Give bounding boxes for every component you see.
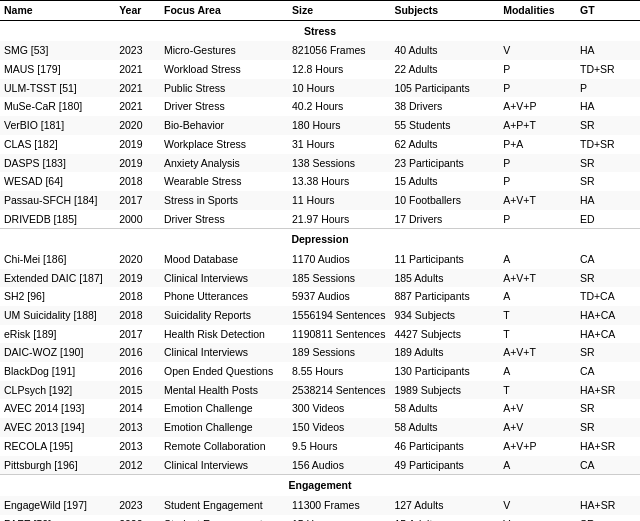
table-row: MAUS [179]2021Workload Stress12.8 Hours2…: [0, 60, 640, 79]
cell-0-4-6: SR: [576, 116, 640, 135]
cell-0-5-2: Workplace Stress: [160, 135, 288, 154]
cell-1-3-0: UM Suicidality [188]: [0, 306, 115, 325]
cell-0-7-5: P: [499, 172, 576, 191]
cell-2-1-6: SR: [576, 515, 640, 521]
cell-1-8-0: AVEC 2014 [193]: [0, 399, 115, 418]
cell-0-4-2: Bio-Behavior: [160, 116, 288, 135]
cell-0-1-2: Workload Stress: [160, 60, 288, 79]
cell-0-0-6: HA: [576, 41, 640, 60]
cell-1-7-3: 2538214 Sentences: [288, 381, 390, 400]
cell-1-4-6: HA+CA: [576, 325, 640, 344]
cell-0-1-3: 12.8 Hours: [288, 60, 390, 79]
cell-1-3-1: 2018: [115, 306, 160, 325]
cell-0-3-0: MuSe-CaR [180]: [0, 97, 115, 116]
cell-0-6-0: DASPS [183]: [0, 154, 115, 173]
cell-0-3-6: HA: [576, 97, 640, 116]
cell-1-8-4: 58 Adults: [390, 399, 499, 418]
cell-0-5-1: 2019: [115, 135, 160, 154]
cell-0-1-4: 22 Adults: [390, 60, 499, 79]
cell-1-7-0: CLPsych [192]: [0, 381, 115, 400]
cell-0-4-4: 55 Students: [390, 116, 499, 135]
cell-0-2-4: 105 Participants: [390, 79, 499, 98]
table-row: Pittsburgh [196]2012Clinical Interviews1…: [0, 456, 640, 475]
cell-1-6-2: Open Ended Questions: [160, 362, 288, 381]
main-table: Name Year Focus Area Size Subjects Modal…: [0, 0, 640, 521]
cell-2-0-5: V: [499, 496, 576, 515]
cell-1-8-3: 300 Videos: [288, 399, 390, 418]
cell-1-3-5: T: [499, 306, 576, 325]
table-row: Extended DAIC [187]2019Clinical Intervie…: [0, 269, 640, 288]
section-header-1: Depression: [0, 229, 640, 250]
cell-2-0-3: 11300 Frames: [288, 496, 390, 515]
cell-0-4-5: A+P+T: [499, 116, 576, 135]
cell-1-8-2: Emotion Challenge: [160, 399, 288, 418]
table-row: WESAD [64]2018Wearable Stress13.38 Hours…: [0, 172, 640, 191]
cell-1-7-5: T: [499, 381, 576, 400]
cell-1-1-3: 185 Sessions: [288, 269, 390, 288]
table-row: UM Suicidality [188]2018Suicidality Repo…: [0, 306, 640, 325]
table-row: EngageWild [197]2023Student Engagement11…: [0, 496, 640, 515]
cell-1-6-5: A: [499, 362, 576, 381]
cell-0-6-1: 2019: [115, 154, 160, 173]
table-row: DAIC-WOZ [190]2016Clinical Interviews189…: [0, 343, 640, 362]
cell-1-2-4: 887 Participants: [390, 287, 499, 306]
table-row: DRIVEDB [185]2000Driver Stress21.97 Hour…: [0, 210, 640, 229]
cell-1-0-2: Mood Database: [160, 250, 288, 269]
cell-1-6-1: 2016: [115, 362, 160, 381]
cell-1-4-0: eRisk [189]: [0, 325, 115, 344]
cell-0-3-2: Driver Stress: [160, 97, 288, 116]
cell-0-0-5: V: [499, 41, 576, 60]
cell-1-11-1: 2012: [115, 456, 160, 475]
cell-0-6-6: SR: [576, 154, 640, 173]
cell-1-6-4: 130 Participants: [390, 362, 499, 381]
cell-1-9-5: A+V: [499, 418, 576, 437]
cell-1-10-0: RECOLA [195]: [0, 437, 115, 456]
section-header-0: Stress: [0, 20, 640, 41]
table-row: DASPS [183]2019Anxiety Analysis138 Sessi…: [0, 154, 640, 173]
table-row: BlackDog [191]2016Open Ended Questions8.…: [0, 362, 640, 381]
cell-1-5-1: 2016: [115, 343, 160, 362]
table-row: MuSe-CaR [180]2021Driver Stress40.2 Hour…: [0, 97, 640, 116]
cell-1-1-4: 185 Adults: [390, 269, 499, 288]
cell-1-8-1: 2014: [115, 399, 160, 418]
cell-1-10-2: Remote Collaboration: [160, 437, 288, 456]
cell-0-8-2: Stress in Sports: [160, 191, 288, 210]
cell-0-6-5: P: [499, 154, 576, 173]
cell-0-7-1: 2018: [115, 172, 160, 191]
cell-1-11-3: 156 Audios: [288, 456, 390, 475]
cell-1-1-6: SR: [576, 269, 640, 288]
cell-1-3-6: HA+CA: [576, 306, 640, 325]
cell-0-6-4: 23 Participants: [390, 154, 499, 173]
section-title-1: Depression: [0, 229, 640, 250]
table-row: CLAS [182]2019Workplace Stress31 Hours62…: [0, 135, 640, 154]
cell-0-7-3: 13.38 Hours: [288, 172, 390, 191]
cell-0-9-6: ED: [576, 210, 640, 229]
cell-0-0-0: SMG [53]: [0, 41, 115, 60]
cell-1-4-2: Health Risk Detection: [160, 325, 288, 344]
cell-1-6-6: CA: [576, 362, 640, 381]
cell-1-9-1: 2013: [115, 418, 160, 437]
cell-1-11-6: CA: [576, 456, 640, 475]
cell-0-3-5: A+V+P: [499, 97, 576, 116]
cell-1-2-0: SH2 [96]: [0, 287, 115, 306]
cell-2-1-4: 15 Adults: [390, 515, 499, 521]
cell-1-1-1: 2019: [115, 269, 160, 288]
cell-1-0-0: Chi-Mei [186]: [0, 250, 115, 269]
cell-2-0-6: HA+SR: [576, 496, 640, 515]
table-row: ULM-TSST [51]2021Public Stress10 Hours10…: [0, 79, 640, 98]
cell-0-9-0: DRIVEDB [185]: [0, 210, 115, 229]
cell-1-9-2: Emotion Challenge: [160, 418, 288, 437]
cell-1-4-3: 1190811 Sentences: [288, 325, 390, 344]
col-header-modalities: Modalities: [499, 1, 576, 21]
table-row: eRisk [189]2017Health Risk Detection1190…: [0, 325, 640, 344]
cell-1-9-4: 58 Adults: [390, 418, 499, 437]
cell-1-5-3: 189 Sessions: [288, 343, 390, 362]
cell-2-1-5: V: [499, 515, 576, 521]
cell-0-8-3: 11 Hours: [288, 191, 390, 210]
cell-1-5-2: Clinical Interviews: [160, 343, 288, 362]
col-header-gt: GT: [576, 1, 640, 21]
cell-0-9-1: 2000: [115, 210, 160, 229]
cell-0-6-3: 138 Sessions: [288, 154, 390, 173]
cell-0-8-1: 2017: [115, 191, 160, 210]
section-title-0: Stress: [0, 20, 640, 41]
